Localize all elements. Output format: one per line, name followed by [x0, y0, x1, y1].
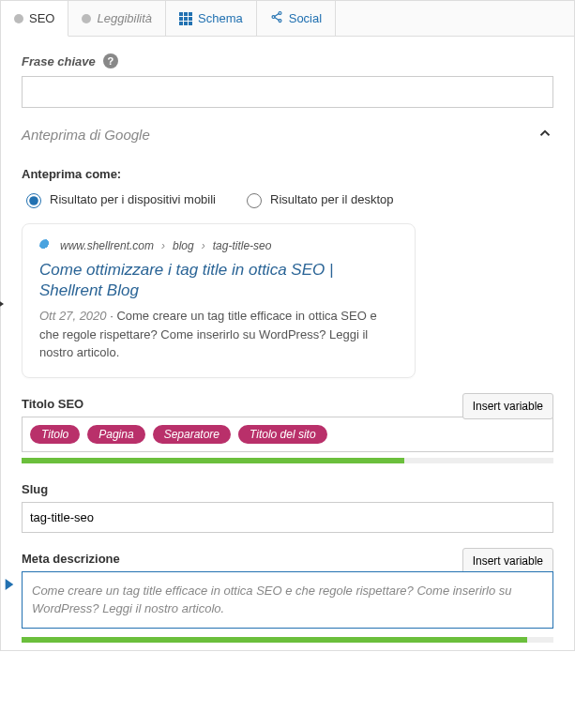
- radio-desktop-label: Risultato per il desktop: [270, 192, 394, 206]
- radio-desktop[interactable]: Risultato per il desktop: [242, 190, 394, 208]
- snippet-title: Come ottimizzare i tag title in ottica S…: [39, 260, 398, 301]
- seo-metabox: SEO Leggibilità Schema Social Frase chi: [0, 0, 575, 651]
- svg-marker-6: [6, 579, 14, 590]
- insert-variable-button[interactable]: Insert variable: [462, 393, 553, 419]
- radio-mobile[interactable]: Risultato per i dispositivi mobili: [22, 190, 216, 208]
- focus-keyphrase-label: Frase chiave: [22, 54, 96, 68]
- focus-keyphrase-input[interactable]: [22, 76, 553, 108]
- preview-mode-radios: Risultato per i dispositivi mobili Risul…: [22, 190, 553, 208]
- tab-schema-label: Schema: [198, 11, 243, 25]
- snippet-url-row: www.shellrent.com › blog › tag-title-seo: [39, 239, 398, 252]
- favicon-icon: [39, 239, 53, 252]
- preview-as-label: Anteprima come:: [22, 167, 553, 181]
- radio-desktop-input[interactable]: [247, 193, 262, 208]
- google-preview-header[interactable]: Anteprima di Google: [22, 108, 553, 150]
- chevron-up-icon: [537, 125, 553, 144]
- seo-title-block: Insert variable Titolo SEO Titolo Pagina…: [22, 397, 553, 463]
- snippet-preview-card[interactable]: www.shellrent.com › blog › tag-title-seo…: [22, 223, 416, 378]
- help-icon[interactable]: ?: [103, 53, 118, 68]
- variable-pill[interactable]: Titolo: [30, 425, 80, 444]
- snippet-domain: www.shellrent.com: [60, 239, 154, 252]
- meta-description-input[interactable]: [22, 571, 553, 629]
- breadcrumb-sep-icon: ›: [202, 239, 205, 252]
- status-dot-icon: [14, 14, 23, 23]
- meta-description-block: Insert variable Meta descrizione: [22, 552, 553, 643]
- svg-marker-5: [0, 297, 4, 311]
- grid-icon: [179, 12, 192, 25]
- progress-bar: [22, 637, 527, 643]
- variable-pill[interactable]: Separatore: [153, 425, 231, 444]
- tab-readability-label: Leggibilità: [97, 11, 152, 25]
- meta-description-progress: [22, 637, 553, 643]
- share-icon: [270, 10, 283, 26]
- focus-keyphrase-label-row: Frase chiave ?: [22, 53, 553, 68]
- tab-social-label: Social: [289, 11, 322, 25]
- breadcrumb-sep-icon: ›: [161, 239, 165, 252]
- radio-mobile-label: Risultato per i dispositivi mobili: [50, 192, 216, 206]
- variable-pill[interactable]: Pagina: [87, 425, 144, 444]
- google-preview-title: Anteprima di Google: [22, 127, 150, 143]
- variable-pill[interactable]: Titolo del sito: [238, 425, 327, 444]
- radio-mobile-input[interactable]: [26, 193, 41, 208]
- snippet-date: Ott 27, 2020: [39, 309, 107, 323]
- seo-title-progress: [22, 458, 553, 463]
- slug-block: Slug: [22, 482, 553, 533]
- status-dot-icon: [82, 14, 91, 23]
- snippet-crumb-2: tag-title-seo: [213, 239, 272, 252]
- insert-variable-button[interactable]: Insert variable: [462, 548, 553, 574]
- seo-title-input[interactable]: Titolo Pagina Separatore Titolo del sito: [22, 417, 553, 452]
- progress-bar: [22, 458, 404, 463]
- caret-right-icon: [5, 579, 14, 593]
- tab-seo-label: SEO: [29, 11, 54, 25]
- svg-line-3: [274, 14, 279, 17]
- tab-schema[interactable]: Schema: [166, 1, 257, 36]
- tab-seo[interactable]: SEO: [1, 1, 68, 37]
- snippet-crumb-1: blog: [173, 239, 194, 252]
- tab-bar: SEO Leggibilità Schema Social: [1, 1, 574, 37]
- tab-readability[interactable]: Leggibilità: [68, 1, 166, 36]
- snippet-description: Ott 27, 2020 · Come creare un tag title …: [39, 307, 398, 362]
- caret-right-icon: [0, 297, 5, 313]
- svg-line-4: [274, 18, 279, 21]
- slug-label: Slug: [22, 482, 553, 496]
- slug-input[interactable]: [22, 502, 553, 533]
- panel-body: Frase chiave ? Anteprima di Google Antep…: [1, 37, 574, 650]
- tab-social[interactable]: Social: [257, 1, 336, 36]
